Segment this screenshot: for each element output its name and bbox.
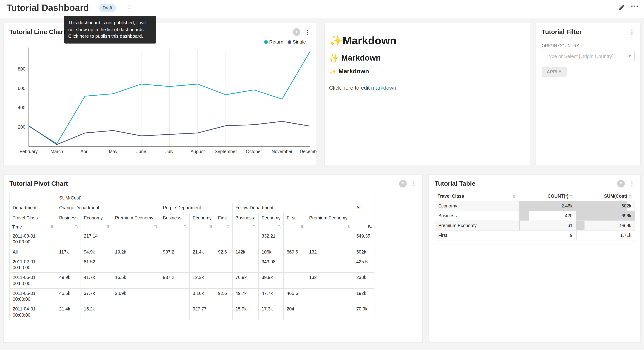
favorite-star-icon[interactable]: ☆ <box>127 3 133 11</box>
svg-text:June: June <box>136 149 146 154</box>
pivot-value-cell <box>112 304 160 320</box>
pivot-value-cell: 81.52 <box>81 257 112 273</box>
pivot-all-header: All <box>353 203 374 213</box>
pivot-value-cell: 106k <box>258 247 284 257</box>
pivot-value-cell <box>215 231 232 247</box>
kebab-menu-icon[interactable]: ⋮ <box>628 180 636 187</box>
line-chart-card-header: Tutorial Line Chart ⋮ <box>10 28 312 36</box>
chart-legend: ReturnSingle <box>264 39 306 44</box>
table-header-count-[interactable]: COUNT(*)⇅ <box>519 192 576 201</box>
pivot-corner-cell <box>10 193 56 203</box>
table-row: First91.71k <box>435 230 635 240</box>
sort-icon[interactable]: ⇅ <box>300 224 304 229</box>
pivot-sort-cell: ⇅ <box>306 223 353 232</box>
markdown-h3: ✨ Markdown <box>329 68 524 75</box>
pivot-class-header: Economy <box>81 213 112 223</box>
draft-status-badge[interactable]: Draft <box>99 4 116 12</box>
markdown-edit-link[interactable]: markdown <box>371 84 396 91</box>
pivot-row: 2011-06-01 00:00:0049.9k41.7k16.5k937.21… <box>10 273 374 288</box>
sort-icon[interactable]: ⇅ <box>253 224 256 229</box>
table-header-travel-class[interactable]: Travel Class⇅ <box>435 192 519 201</box>
origin-country-label: ORIGIN COUNTRY <box>542 44 579 48</box>
apply-button[interactable]: APPLY <box>542 67 567 77</box>
kebab-menu-icon[interactable]: ⋮ <box>628 28 636 35</box>
table-cell-count: 420 <box>519 211 576 221</box>
pivot-empty-header <box>353 213 374 223</box>
pivot-class-header: First <box>215 213 232 223</box>
pivot-card-header: Tutorial Pivot Chart ⋮ <box>10 179 418 188</box>
cell-value: 1.71k <box>620 233 631 238</box>
pivot-group-header: Purple Department <box>160 203 232 213</box>
origin-country-select[interactable]: Type or Select [Origin Country] ▾ <box>542 50 634 62</box>
pivot-sort-cell: ⇅ <box>215 223 232 232</box>
line-chart-card: Tutorial Line Chart ⋮ ReturnSingle 20040… <box>3 23 316 165</box>
legend-item-single[interactable]: Single <box>288 39 306 44</box>
sort-icon[interactable]: ⇅ <box>184 224 187 229</box>
pivot-sort-cell: ⇅ <box>232 223 258 232</box>
sort-icon[interactable]: ⇅ <box>50 224 54 229</box>
table-header-label: Travel Class <box>438 194 464 199</box>
markdown-card: ✨Markdown ✨ Markdown ✨ Markdown Click he… <box>324 23 530 165</box>
table-row: Premium Economy6199.8k <box>435 221 635 230</box>
sort-icon[interactable]: ⇅ <box>227 224 230 229</box>
sort-descending-icon[interactable] <box>368 224 372 229</box>
legend-item-return[interactable]: Return <box>264 39 283 44</box>
pivot-value-cell <box>215 273 232 288</box>
pivot-row: 2011-04-01 00:00:0021.4k15.2k927.7715.9k… <box>10 304 374 320</box>
pivot-value-cell: 17.3k <box>258 304 284 320</box>
pivot-row-label: 2011-02-01 00:00:00 <box>10 257 56 273</box>
pivot-table-wrap: SUM(Cost)DepartmentOrange DepartmentPurp… <box>10 193 374 320</box>
legend-label: Single <box>293 39 306 44</box>
kebab-menu-icon[interactable]: ⋮ <box>304 28 312 35</box>
pivot-sort-cell: ⇅ <box>160 223 190 232</box>
table-cell-count: 9 <box>519 230 576 240</box>
more-actions-icon[interactable]: ⋯ <box>630 2 639 11</box>
sort-icon[interactable]: ⇅ <box>75 224 78 229</box>
sort-icon[interactable]: ⇅ <box>106 224 110 229</box>
kebab-menu-icon[interactable]: ⋮ <box>410 180 418 187</box>
pivot-value-cell: 37.7k <box>81 288 112 304</box>
pivot-class-header: Premium Economy <box>112 213 160 223</box>
pivot-value-cell: 132 <box>306 273 353 288</box>
pivot-chart-title: Tutorial Pivot Chart <box>10 180 399 187</box>
pivot-value-cell <box>160 231 190 247</box>
pivot-value-cell: 49.9k <box>56 273 81 288</box>
pivot-value-cell: 502k <box>353 247 374 257</box>
pivot-value-cell <box>215 257 232 273</box>
filter-card-header: Tutorial Filter ⋮ <box>542 28 636 36</box>
pivot-row-label: 2011-04-01 00:00:00 <box>10 304 56 320</box>
cross-filter-icon[interactable] <box>399 180 407 187</box>
cell-value: 99.8k <box>620 223 631 228</box>
pivot-metric-header: SUM(Cost) <box>56 193 374 203</box>
chevron-down-icon: ▾ <box>628 53 631 58</box>
sort-icon: ⇅ <box>570 194 573 198</box>
pivot-value-cell: 332.21 <box>258 231 284 247</box>
cross-filter-icon[interactable] <box>293 28 300 36</box>
sort-icon[interactable]: ⇅ <box>209 224 212 229</box>
svg-text:December: December <box>300 149 317 154</box>
table-cell-sum: 99.8k <box>576 221 635 230</box>
table-header-sum-cost-[interactable]: SUM(Cost)⇅ <box>576 192 635 201</box>
pivot-value-cell: 142k <box>232 247 258 257</box>
cell-bar <box>576 221 584 230</box>
cross-filter-icon[interactable] <box>617 180 625 187</box>
pivot-value-cell <box>306 231 353 247</box>
pivot-value-cell: 132 <box>306 247 353 257</box>
pivot-value-cell <box>160 257 190 273</box>
table-cell-travel-class: First <box>435 230 519 240</box>
table-cell-sum: 1.71k <box>576 230 635 240</box>
filter-card-title: Tutorial Filter <box>542 28 628 36</box>
cell-value: 696k <box>622 213 631 218</box>
svg-text:September: September <box>214 149 237 154</box>
edit-pencil-icon[interactable] <box>618 4 625 11</box>
pivot-sort-cell: ⇅ <box>190 223 215 232</box>
sort-icon[interactable]: ⇅ <box>278 224 281 229</box>
sort-icon[interactable]: ⇅ <box>348 224 351 229</box>
sort-icon[interactable]: ⇅ <box>154 224 158 229</box>
pivot-sort-cell: ⇅ <box>81 223 112 232</box>
svg-text:August: August <box>190 149 205 154</box>
svg-text:March: March <box>50 149 63 154</box>
pivot-value-cell <box>284 257 306 273</box>
pivot-value-cell: 39.9k <box>258 273 284 288</box>
svg-text:October: October <box>246 149 262 154</box>
